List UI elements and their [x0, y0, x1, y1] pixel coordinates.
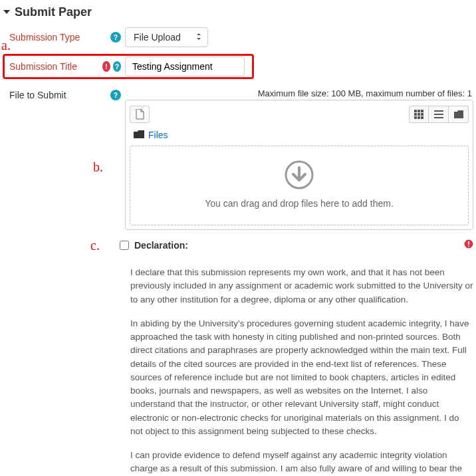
- view-list-button[interactable]: [429, 106, 449, 123]
- help-icon[interactable]: ?: [113, 61, 121, 72]
- filepicker-path: Files: [130, 127, 469, 146]
- files-path-link[interactable]: Files: [148, 130, 168, 140]
- declaration-section: c. Declaration: I declare that this subm…: [120, 239, 473, 476]
- svg-rect-10: [434, 114, 443, 115]
- help-icon[interactable]: ?: [110, 32, 121, 43]
- submission-title-input[interactable]: [125, 57, 245, 76]
- help-icon[interactable]: ?: [110, 90, 121, 100]
- svg-rect-5: [421, 113, 423, 116]
- row-file-to-submit: File to Submit ?: [3, 88, 473, 100]
- svg-rect-2: [421, 110, 423, 112]
- chevron-down-icon: [3, 7, 11, 18]
- declaration-body: I declare that this submission represent…: [130, 266, 473, 476]
- folder-icon: [134, 130, 144, 140]
- row-submission-type: a. Submission Type ? File Upload: [3, 27, 473, 47]
- label-file-to-submit: File to Submit: [3, 88, 102, 100]
- annotation-c: c.: [90, 238, 100, 253]
- svg-rect-14: [468, 241, 469, 245]
- declaration-para-2: In abiding by the University's procedure…: [130, 317, 473, 438]
- svg-rect-11: [434, 117, 443, 118]
- label-submission-title: Submission Title: [3, 61, 102, 72]
- declaration-checkbox[interactable]: [120, 241, 129, 250]
- svg-rect-9: [434, 110, 443, 112]
- submission-type-select[interactable]: File Upload: [125, 27, 208, 47]
- svg-rect-4: [417, 113, 420, 116]
- file-dropzone[interactable]: You can drag and drop files here to add …: [130, 146, 469, 225]
- declaration-para-3: I can provide evidence to defend myself …: [130, 449, 473, 476]
- view-tree-button[interactable]: [449, 106, 469, 123]
- declaration-para-1: I declare that this submission represent…: [130, 266, 473, 306]
- row-submission-title: Submission Title ! ?: [3, 57, 473, 76]
- svg-rect-1: [417, 110, 420, 112]
- filepicker-toolbar: [130, 104, 469, 127]
- svg-rect-15: [468, 246, 469, 247]
- label-submission-type: Submission Type: [3, 32, 102, 43]
- page-title: Submit Paper: [15, 5, 92, 19]
- add-file-button[interactable]: [130, 106, 150, 123]
- section-header[interactable]: Submit Paper: [3, 5, 473, 19]
- svg-rect-7: [417, 116, 420, 119]
- svg-rect-0: [414, 110, 417, 112]
- required-icon: [464, 239, 473, 251]
- file-picker: b. Files: [125, 100, 473, 230]
- required-icon: !: [102, 61, 110, 72]
- view-grid-button[interactable]: [409, 106, 429, 123]
- declaration-label: Declaration:: [134, 240, 188, 251]
- svg-rect-8: [421, 116, 423, 119]
- svg-rect-3: [414, 113, 417, 116]
- download-arrow-icon: [284, 160, 314, 190]
- annotation-a: a.: [1, 38, 11, 53]
- dropzone-text: You can drag and drop files here to add …: [130, 198, 468, 209]
- svg-rect-6: [414, 116, 417, 119]
- annotation-b: b.: [93, 160, 103, 175]
